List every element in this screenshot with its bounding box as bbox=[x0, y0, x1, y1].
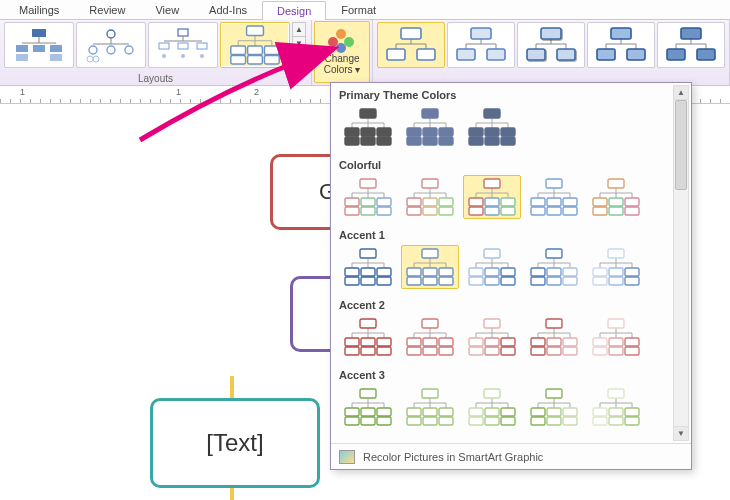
color-swatch[interactable] bbox=[463, 385, 521, 429]
svg-rect-201 bbox=[469, 277, 483, 285]
svg-rect-119 bbox=[377, 207, 391, 215]
change-colors-label-1: Change bbox=[324, 53, 359, 64]
color-swatch[interactable] bbox=[525, 385, 583, 429]
svg-rect-295 bbox=[361, 408, 375, 416]
color-swatch[interactable] bbox=[339, 105, 397, 149]
dropdown-scrollbar[interactable]: ▲ ▼ bbox=[673, 85, 689, 441]
svg-rect-140 bbox=[501, 198, 515, 206]
color-swatch[interactable] bbox=[463, 175, 521, 219]
color-swatch[interactable] bbox=[587, 315, 645, 359]
svg-rect-341 bbox=[608, 389, 624, 398]
scroll-down-button[interactable]: ▼ bbox=[674, 426, 688, 440]
svg-rect-163 bbox=[609, 198, 623, 206]
color-swatch[interactable] bbox=[463, 105, 521, 149]
svg-rect-21 bbox=[197, 43, 207, 49]
tab-view[interactable]: View bbox=[140, 0, 194, 19]
svg-rect-82 bbox=[361, 137, 375, 145]
svg-rect-317 bbox=[484, 389, 500, 398]
scroll-up-button[interactable]: ▲ bbox=[674, 86, 688, 100]
layout-option-2[interactable] bbox=[148, 22, 218, 68]
color-swatch[interactable] bbox=[587, 175, 645, 219]
svg-point-15 bbox=[93, 56, 99, 62]
svg-rect-125 bbox=[422, 179, 438, 188]
layout-option-3[interactable] bbox=[220, 22, 290, 68]
tab-mailings[interactable]: Mailings bbox=[4, 0, 74, 19]
color-swatch[interactable] bbox=[401, 105, 459, 149]
svg-rect-186 bbox=[407, 268, 421, 276]
change-colors-button[interactable]: Change Colors ▾ bbox=[314, 21, 370, 83]
color-swatch[interactable] bbox=[339, 385, 397, 429]
svg-rect-102 bbox=[469, 128, 483, 136]
scroll-thumb[interactable] bbox=[675, 100, 687, 190]
svg-rect-185 bbox=[422, 249, 438, 258]
ruler-number: 1 bbox=[176, 87, 181, 97]
section-header: Accent 3 bbox=[333, 365, 671, 383]
svg-rect-107 bbox=[501, 137, 515, 145]
gallery-spinner: ▲ ▼ ▾ bbox=[292, 22, 306, 67]
svg-rect-344 bbox=[625, 408, 639, 416]
svg-rect-91 bbox=[423, 128, 437, 136]
svg-rect-35 bbox=[248, 56, 263, 64]
style-option-1[interactable] bbox=[447, 22, 515, 68]
gallery-down[interactable]: ▼ bbox=[292, 37, 306, 52]
color-swatch[interactable] bbox=[587, 385, 645, 429]
color-swatch[interactable] bbox=[587, 245, 645, 289]
section-header: Accent 2 bbox=[333, 295, 671, 313]
color-swatch[interactable] bbox=[401, 245, 459, 289]
style-option-3[interactable] bbox=[587, 22, 655, 68]
color-swatch[interactable] bbox=[401, 315, 459, 359]
tab-add-ins[interactable]: Add-Ins bbox=[194, 0, 262, 19]
svg-rect-297 bbox=[345, 417, 359, 425]
svg-rect-77 bbox=[360, 109, 376, 118]
svg-rect-200 bbox=[501, 268, 515, 276]
layout-option-1[interactable] bbox=[76, 22, 146, 68]
tab-format[interactable]: Format bbox=[326, 0, 391, 19]
svg-rect-6 bbox=[16, 54, 28, 61]
svg-rect-259 bbox=[485, 338, 499, 346]
svg-rect-176 bbox=[377, 268, 391, 276]
svg-rect-127 bbox=[423, 198, 437, 206]
svg-point-24 bbox=[200, 54, 204, 58]
svg-rect-162 bbox=[593, 198, 607, 206]
section-header: Accent 1 bbox=[333, 225, 671, 243]
dropdown-footer[interactable]: Recolor Pictures in SmartArt Graphic bbox=[331, 443, 691, 469]
svg-point-12 bbox=[107, 46, 115, 54]
svg-rect-272 bbox=[563, 338, 577, 346]
svg-rect-245 bbox=[422, 319, 438, 328]
style-option-0[interactable] bbox=[377, 22, 445, 68]
svg-rect-166 bbox=[609, 207, 623, 215]
group-change-colors: Change Colors ▾ bbox=[312, 20, 373, 85]
svg-rect-89 bbox=[422, 109, 438, 118]
gallery-more[interactable]: ▾ bbox=[292, 52, 306, 67]
svg-rect-128 bbox=[439, 198, 453, 206]
svg-rect-224 bbox=[625, 268, 639, 276]
color-swatch[interactable] bbox=[339, 315, 397, 359]
color-swatch[interactable] bbox=[525, 175, 583, 219]
style-option-2[interactable] bbox=[517, 22, 585, 68]
style-option-4[interactable] bbox=[657, 22, 725, 68]
color-swatch[interactable] bbox=[401, 385, 459, 429]
svg-rect-222 bbox=[593, 268, 607, 276]
color-swatch[interactable] bbox=[339, 175, 397, 219]
swatch-row bbox=[333, 173, 671, 225]
smartart-box-3[interactable]: [Text] bbox=[150, 398, 320, 488]
color-swatch[interactable] bbox=[525, 245, 583, 289]
svg-rect-49 bbox=[457, 49, 475, 60]
svg-rect-296 bbox=[377, 408, 391, 416]
color-swatch[interactable] bbox=[339, 245, 397, 289]
svg-rect-202 bbox=[485, 277, 499, 285]
svg-rect-271 bbox=[547, 338, 561, 346]
svg-rect-233 bbox=[360, 319, 376, 328]
layout-option-0[interactable] bbox=[4, 22, 74, 68]
color-swatch[interactable] bbox=[525, 315, 583, 359]
color-swatch[interactable] bbox=[401, 175, 459, 219]
svg-rect-138 bbox=[469, 198, 483, 206]
svg-rect-213 bbox=[531, 277, 545, 285]
svg-rect-150 bbox=[531, 198, 545, 206]
tab-review[interactable]: Review bbox=[74, 0, 140, 19]
tab-design[interactable]: Design bbox=[262, 1, 326, 20]
svg-rect-306 bbox=[407, 408, 421, 416]
color-swatch[interactable] bbox=[463, 315, 521, 359]
gallery-up[interactable]: ▲ bbox=[292, 22, 306, 37]
color-swatch[interactable] bbox=[463, 245, 521, 289]
